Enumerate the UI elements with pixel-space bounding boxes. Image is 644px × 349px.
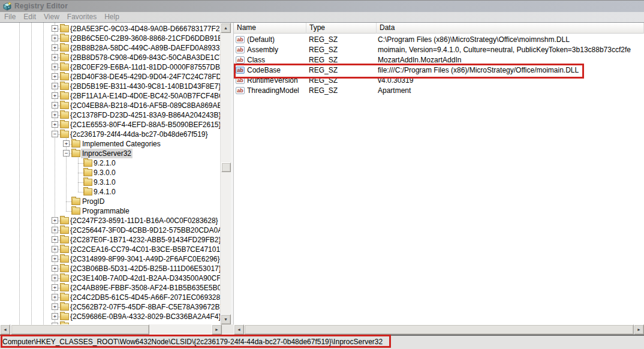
list-horizontal-scrollbar[interactable]: ◄ ► xyxy=(234,324,644,335)
expand-plus-icon[interactable]: + xyxy=(52,303,58,310)
tree-item[interactable]: +{2C256447-3F0D-4CBB-9D12-575BB20CDA0A} xyxy=(0,225,220,235)
horizontal-scroll-thumb[interactable] xyxy=(11,324,149,335)
tree-item[interactable]: +Implemented Categories xyxy=(0,139,220,149)
tree-item[interactable]: +{2BC0EF29-E6BA-11d1-81DD-0000F87557DB} xyxy=(0,62,220,72)
tree-item[interactable]: +{2C3E140B-7A0D-42d1-B2AA-D343500A90CF} xyxy=(0,273,220,283)
tree-item[interactable]: +{2C59686E-0B9A-4332-8029-BC336BA2A4F4} xyxy=(0,312,220,321)
tree-item-label: {2C3E140B-7A0D-42d1-B2AA-D343500A90CF} xyxy=(69,273,220,283)
value-row-threadingmodel[interactable]: abThreadingModelREG_SZApartment xyxy=(234,86,644,96)
tree-item-label: {2C59686E-0B9A-4332-8029-BC336BA2A4F4} xyxy=(69,312,220,321)
title-bar[interactable]: Registry Editor xyxy=(0,0,644,12)
tree-item[interactable]: +{2C314899-8F99-3041-A49D-2F6AFC0E6296} xyxy=(0,254,220,264)
tree-item[interactable]: +{2BF11A1A-E14D-4D0E-BC42-50A0B7FCF4BC} xyxy=(0,91,220,101)
tree-item[interactable]: Programmable xyxy=(0,206,220,216)
expand-plus-icon[interactable]: + xyxy=(52,102,58,109)
tree-item[interactable]: +{2C287E0F-1B71-4232-ABB5-91434FD29FB2} xyxy=(0,235,220,245)
tree-item[interactable]: +{2C4AB89E-FBBF-3508-AF24-B1B5B635E5B0} xyxy=(0,283,220,293)
tree-item-selected[interactable]: −InprocServer32 xyxy=(0,149,220,158)
horizontal-scroll-thumb[interactable] xyxy=(244,324,634,335)
tree-item[interactable]: +{2C2CEA16-CC79-4C01-B3CE-B5B7CE47101F} xyxy=(0,245,220,254)
tree-item[interactable]: +{2BD40F38-DE45-429D-9D04-24F7C24C78FD} xyxy=(0,72,220,82)
expand-plus-icon[interactable]: + xyxy=(52,112,58,118)
tree-item-label: {2C04EB8A-B218-4D16-AF5B-089C8BA869AB} xyxy=(69,101,220,110)
menu-item-view[interactable]: View xyxy=(44,12,59,22)
vertical-scroll-thumb[interactable] xyxy=(221,163,231,172)
tree-item[interactable]: +{2BA5E3FC-9C03-4D48-9A0B-D666783177F2} xyxy=(0,24,220,34)
tree-item[interactable]: −{2c236179-24f4-44da-bc27-0b48de67f519} xyxy=(0,130,220,139)
expand-plus-icon[interactable]: + xyxy=(52,44,58,51)
tree-item[interactable]: 9.3.0.0 xyxy=(0,168,220,177)
scroll-left-button[interactable]: ◄ xyxy=(234,324,244,335)
expand-plus-icon[interactable]: + xyxy=(52,255,58,262)
expand-plus-icon[interactable]: + xyxy=(52,121,58,128)
folder-icon xyxy=(60,284,69,291)
tree-item[interactable]: +{2C04EB8A-B218-4D16-AF5B-089C8BA869AB} xyxy=(0,101,220,110)
expand-plus-icon[interactable]: + xyxy=(52,275,58,281)
expand-plus-icon[interactable]: + xyxy=(63,140,70,147)
scroll-right-button[interactable]: ► xyxy=(634,324,644,335)
expand-plus-icon[interactable]: + xyxy=(52,284,58,291)
tree-item-label: {2BB6C5E0-C2B9-3608-8868-21CFD6DDB91E} xyxy=(69,34,220,43)
value-row-assembly[interactable]: abAssemblyREG_SZmoimain, Version=9.4.1.0… xyxy=(234,45,644,55)
collapse-minus-icon[interactable]: − xyxy=(52,131,58,137)
tree-item[interactable]: +{2C247F23-8591-11D1-B16A-00C0F0283628} xyxy=(0,216,220,225)
expand-plus-icon[interactable]: + xyxy=(52,313,58,320)
tree-item[interactable]: +{2BD5B19E-B311-4430-9C81-140B1D43F8E7} xyxy=(0,82,220,91)
expand-plus-icon[interactable]: + xyxy=(52,54,58,61)
tree-item[interactable]: 9.3.1.0 xyxy=(0,177,220,187)
scroll-left-button[interactable]: ◄ xyxy=(0,324,10,335)
column-header-type[interactable]: Type xyxy=(306,23,377,34)
menu-item-file[interactable]: File xyxy=(4,12,16,22)
folder-icon xyxy=(60,54,69,61)
expand-plus-icon[interactable]: + xyxy=(52,246,58,252)
tree-item[interactable]: +{2C1378FD-D23D-4251-83A9-B864A204243B} xyxy=(0,110,220,120)
expand-plus-icon[interactable]: + xyxy=(52,92,58,99)
collapse-minus-icon[interactable]: − xyxy=(63,150,70,157)
value-row-default[interactable]: ab(Default)REG_SZC:\Program Files (x86)\… xyxy=(234,35,644,45)
menu-item-edit[interactable]: Edit xyxy=(23,12,36,22)
expand-plus-icon[interactable]: + xyxy=(52,265,58,272)
tree-item[interactable]: ProgID xyxy=(0,197,220,206)
tree-item[interactable]: +{2C4C2DB5-61C5-4D45-A66F-2071EC069328} xyxy=(0,293,220,302)
menu-item-help[interactable]: Help xyxy=(104,12,119,22)
tree-item-label: {2C3B06BB-5D31-42D5-B25B-111D06E53017} xyxy=(69,264,220,273)
menu-item-favorites[interactable]: Favorites xyxy=(67,12,97,22)
tree-item[interactable]: +{2BB8D578-C908-4D69-843C-50CABA3DE1C7} xyxy=(0,53,220,62)
window-title: Registry Editor xyxy=(14,2,68,10)
folder-icon xyxy=(60,313,69,320)
folder-icon xyxy=(71,150,80,157)
tree-item[interactable]: 9.4.1.0 xyxy=(0,187,220,197)
tree-item[interactable]: +{2BB6C5E0-C2B9-3608-8868-21CFD6DDB91E} xyxy=(0,34,220,43)
tree-connector xyxy=(78,173,83,173)
column-header-name[interactable]: Name xyxy=(234,23,306,34)
expand-plus-icon[interactable]: + xyxy=(52,83,58,89)
expand-plus-icon[interactable]: + xyxy=(52,25,58,32)
expand-plus-icon[interactable]: + xyxy=(52,236,58,243)
expand-plus-icon[interactable]: + xyxy=(52,64,58,70)
folder-icon xyxy=(60,246,69,253)
scroll-right-button[interactable]: ► xyxy=(212,324,222,335)
statusbar-highlight-box xyxy=(1,335,391,348)
folder-icon xyxy=(71,207,80,215)
expand-plus-icon[interactable]: + xyxy=(52,294,58,300)
tree-horizontal-scrollbar[interactable]: ◄ ► xyxy=(0,324,222,335)
expand-plus-icon[interactable]: + xyxy=(52,217,58,224)
tree-item[interactable]: 9.2.1.0 xyxy=(0,158,220,168)
folder-icon xyxy=(71,140,80,148)
tree-item[interactable]: +{2C1E6553-80F4-4EFD-88A5-B5090BEF2615} xyxy=(0,120,220,130)
registry-tree-pane[interactable]: +{2BA5E3FC-9C03-4D48-9A0B-D666783177F2}+… xyxy=(0,23,220,324)
scroll-down-button[interactable]: ▼ xyxy=(221,314,231,324)
tree-vertical-scrollbar[interactable]: ▲ ▼ xyxy=(220,23,231,324)
tree-item-label: {2C4C2DB5-61C5-4D45-A66F-2071EC069328} xyxy=(69,293,220,302)
tree-item[interactable]: +{2BB8B28A-58DC-449C-A89B-DAEFD0A8933D} xyxy=(0,43,220,53)
folder-icon xyxy=(83,179,92,186)
expand-plus-icon[interactable]: + xyxy=(52,35,58,41)
folder-icon xyxy=(60,25,69,32)
tree-item[interactable]: +{2C562B72-07F5-45DF-8BAF-C5E78A39672B} xyxy=(0,302,220,312)
tree-item[interactable]: +{2C3B06BB-5D31-42D5-B25B-111D06E53017} xyxy=(0,264,220,273)
folder-icon xyxy=(60,64,69,71)
scroll-up-button[interactable]: ▲ xyxy=(221,23,231,33)
expand-plus-icon[interactable]: + xyxy=(52,227,58,233)
expand-plus-icon[interactable]: + xyxy=(52,73,58,80)
column-header-data[interactable]: Data xyxy=(377,23,644,34)
